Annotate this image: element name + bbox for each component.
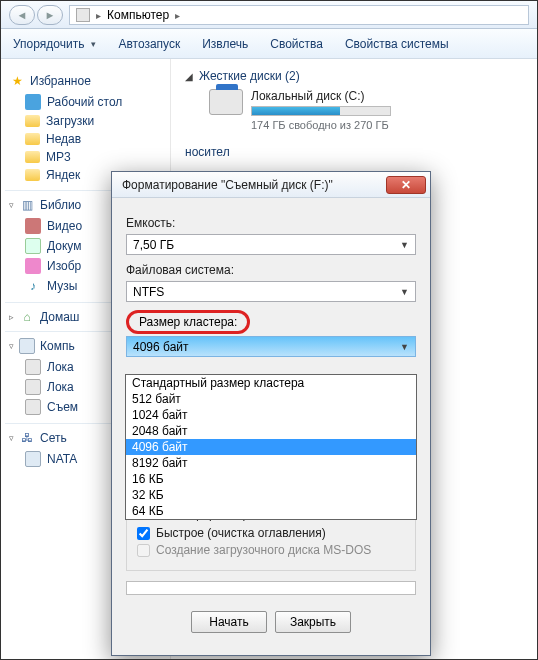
- cluster-option[interactable]: 512 байт: [126, 391, 416, 407]
- filesystem-label: Файловая система:: [126, 263, 416, 277]
- cluster-option[interactable]: 1024 байт: [126, 407, 416, 423]
- quick-format-input[interactable]: [137, 527, 150, 540]
- drive-icon: [209, 89, 243, 115]
- folder-icon: [25, 115, 40, 127]
- chevron-down-icon: ▿: [9, 341, 14, 351]
- drive-icon: [25, 399, 41, 415]
- cluster-option[interactable]: 2048 байт: [126, 423, 416, 439]
- cluster-option[interactable]: 16 КБ: [126, 471, 416, 487]
- close-dialog-button[interactable]: Закрыть: [275, 611, 351, 633]
- drive-free-text: 174 ГБ свободно из 270 ГБ: [251, 119, 391, 131]
- dialog-title: Форматирование "Съемный диск (F:)": [122, 178, 386, 192]
- sidebar-item-mp3[interactable]: MP3: [5, 148, 166, 166]
- toolbar: Упорядочить Автозапуск Извлечь Свойства …: [1, 29, 537, 59]
- start-button[interactable]: Начать: [191, 611, 267, 633]
- format-dialog: Форматирование "Съемный диск (F:)" ✕ Емк…: [111, 171, 431, 656]
- properties-button[interactable]: Свойства: [270, 37, 323, 51]
- cluster-option[interactable]: 64 КБ: [126, 503, 416, 519]
- msdos-boot-input: [137, 544, 150, 557]
- quick-format-checkbox[interactable]: Быстрое (очистка оглавления): [137, 526, 405, 540]
- folder-icon: [25, 133, 40, 145]
- music-icon: ♪: [25, 278, 41, 294]
- image-icon: [25, 258, 41, 274]
- system-properties-button[interactable]: Свойства системы: [345, 37, 449, 51]
- folder-icon: [25, 169, 40, 181]
- document-icon: [25, 238, 41, 254]
- filesystem-combo[interactable]: NTFS▼: [126, 281, 416, 302]
- drive-usage-bar: [251, 106, 391, 116]
- star-icon: ★: [9, 73, 25, 89]
- eject-button[interactable]: Извлечь: [202, 37, 248, 51]
- home-icon: ⌂: [19, 309, 35, 325]
- close-icon: ✕: [401, 178, 411, 192]
- nav-buttons: ◄ ►: [9, 5, 63, 25]
- desktop-icon: [25, 94, 41, 110]
- sidebar-item-downloads[interactable]: Загрузки: [5, 112, 166, 130]
- chevron-down-icon: ▿: [9, 433, 14, 443]
- drive-icon: [25, 359, 41, 375]
- chevron-down-icon: ▼: [400, 287, 409, 297]
- chevron-down-icon: ▿: [9, 200, 14, 210]
- sidebar-item-recent[interactable]: Недав: [5, 130, 166, 148]
- chevron-down-icon: ▼: [400, 240, 409, 250]
- forward-button[interactable]: ►: [37, 5, 63, 25]
- titlebar: ◄ ► Компьютер: [1, 1, 537, 29]
- media-section-header[interactable]: носител: [185, 145, 523, 159]
- cluster-combo[interactable]: 4096 байт▼: [126, 336, 416, 357]
- drive-name: Локальный диск (C:): [251, 89, 391, 103]
- capacity-label: Емкость:: [126, 216, 416, 230]
- breadcrumb-location[interactable]: Компьютер: [107, 8, 169, 22]
- cluster-option[interactable]: 4096 байт: [126, 439, 416, 455]
- library-icon: ▥: [19, 197, 35, 213]
- cluster-dropdown-list[interactable]: Стандартный размер кластера512 байт1024 …: [125, 374, 417, 520]
- cluster-label: Размер кластера:: [139, 315, 237, 329]
- close-button[interactable]: ✕: [386, 176, 426, 194]
- folder-icon: [25, 151, 40, 163]
- computer-icon: [76, 8, 90, 22]
- dialog-body: Емкость: 7,50 ГБ▼ Файловая система: NTFS…: [112, 198, 430, 655]
- hdd-section-header[interactable]: ◢Жесткие диски (2): [185, 69, 523, 83]
- capacity-combo[interactable]: 7,50 ГБ▼: [126, 234, 416, 255]
- cluster-option[interactable]: 8192 байт: [126, 455, 416, 471]
- chevron-down-icon: ▼: [400, 342, 409, 352]
- format-options-group: Способы форматирования: Быстрое (очистка…: [126, 514, 416, 571]
- chevron-right-icon: ▹: [9, 312, 14, 322]
- autoplay-button[interactable]: Автозапуск: [118, 37, 180, 51]
- cluster-option[interactable]: 32 КБ: [126, 487, 416, 503]
- favorites-group[interactable]: ★Избранное: [9, 73, 162, 89]
- drive-info: Локальный диск (C:) 174 ГБ свободно из 2…: [251, 89, 391, 131]
- msdos-boot-checkbox: Создание загрузочного диска MS-DOS: [137, 543, 405, 557]
- breadcrumb[interactable]: Компьютер: [69, 5, 529, 25]
- network-icon: 🖧: [19, 430, 35, 446]
- progress-bar: [126, 581, 416, 595]
- chevron-right-icon: [96, 8, 101, 22]
- cluster-option[interactable]: Стандартный размер кластера: [126, 375, 416, 391]
- sidebar-item-desktop[interactable]: Рабочий стол: [5, 92, 166, 112]
- back-button[interactable]: ◄: [9, 5, 35, 25]
- organize-menu[interactable]: Упорядочить: [13, 37, 96, 51]
- computer-icon: [19, 338, 35, 354]
- drive-tile-c[interactable]: Локальный диск (C:) 174 ГБ свободно из 2…: [209, 89, 523, 131]
- dialog-titlebar[interactable]: Форматирование "Съемный диск (F:)" ✕: [112, 172, 430, 198]
- cluster-label-highlight: Размер кластера:: [126, 310, 250, 334]
- drive-icon: [25, 379, 41, 395]
- chevron-right-icon: [175, 8, 180, 22]
- video-icon: [25, 218, 41, 234]
- chevron-down-icon: ◢: [185, 71, 193, 82]
- dialog-buttons: Начать Закрыть: [126, 605, 416, 645]
- computer-icon: [25, 451, 41, 467]
